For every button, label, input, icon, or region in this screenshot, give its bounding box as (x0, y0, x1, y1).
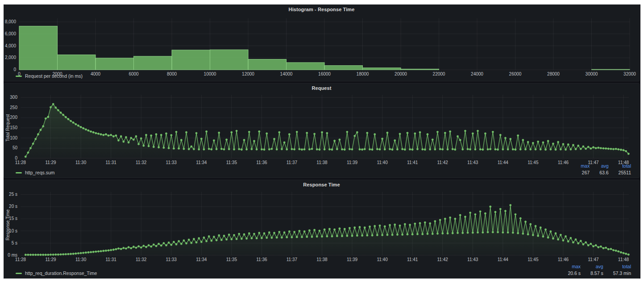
legend-label: http_reqs.sum (25, 170, 55, 175)
svg-text:11:40: 11:40 (377, 257, 388, 262)
svg-text:25 s: 25 s (9, 192, 17, 197)
svg-text:11:29: 11:29 (45, 160, 56, 165)
svg-text:4,000: 4,000 (5, 43, 16, 48)
svg-text:50: 50 (12, 145, 18, 150)
svg-text:11:34: 11:34 (196, 160, 207, 165)
legend-label: http_req_duration.Response_Time (25, 270, 97, 276)
svg-text:11:28: 11:28 (15, 160, 26, 165)
svg-text:14000: 14000 (280, 72, 293, 76)
svg-text:11:36: 11:36 (256, 160, 267, 165)
response-time-timeseries-chart[interactable]: 0 ms5 s10 s15 s20 s25 s11:2811:2911:3011… (4, 180, 640, 279)
stat-value-max: 267 (581, 170, 590, 175)
svg-text:11:48: 11:48 (618, 257, 629, 262)
svg-text:11:32: 11:32 (136, 257, 147, 262)
stat-header-max: max (581, 163, 590, 169)
svg-text:11:47: 11:47 (588, 257, 599, 262)
svg-text:28000: 28000 (547, 72, 560, 76)
svg-text:22000: 22000 (433, 72, 445, 76)
svg-text:32000: 32000 (623, 72, 636, 76)
svg-text:Response Time: Response Time (5, 209, 10, 241)
svg-text:11:37: 11:37 (287, 257, 298, 262)
svg-text:11:37: 11:37 (287, 160, 298, 165)
svg-text:11:35: 11:35 (226, 257, 237, 262)
svg-text:11:33: 11:33 (166, 257, 177, 262)
stat-header-max: max (568, 264, 581, 269)
svg-text:11:46: 11:46 (558, 257, 569, 262)
svg-text:Total Request: Total Request (5, 114, 10, 141)
stat-value-avg: 63.6 (599, 170, 608, 175)
series-color-swatch (16, 172, 22, 173)
svg-text:11:35: 11:35 (226, 160, 237, 165)
svg-text:11:41: 11:41 (407, 160, 418, 165)
svg-text:11:28: 11:28 (15, 257, 26, 262)
svg-text:11:38: 11:38 (316, 257, 328, 262)
panel-histogram-response-time: Histogram - Response Time 02,0004,0006,0… (4, 4, 640, 81)
svg-text:11:45: 11:45 (528, 257, 539, 262)
stat-header-avg: avg (599, 163, 608, 169)
svg-text:5 s: 5 s (12, 241, 17, 245)
svg-text:11:40: 11:40 (377, 160, 388, 165)
svg-text:300: 300 (10, 95, 17, 100)
svg-text:11:33: 11:33 (166, 160, 177, 165)
svg-text:11:43: 11:43 (467, 257, 478, 262)
grafana-dashboard: Histogram - Response Time 02,0004,0006,0… (4, 4, 640, 279)
legend-stats: max avg total 20.6 s 8.57 s 57.3 min (568, 264, 632, 276)
svg-text:11:44: 11:44 (498, 257, 509, 262)
request-timeseries-chart[interactable]: 05010015020025030011:2811:2911:3011:3111… (4, 84, 640, 178)
svg-text:10000: 10000 (204, 72, 216, 76)
series-color-swatch (16, 273, 22, 274)
svg-text:4000: 4000 (91, 72, 101, 76)
stat-value-total: 57.3 min (613, 270, 631, 276)
svg-text:100: 100 (10, 135, 17, 140)
legend-item[interactable]: http_reqs.sum (16, 170, 55, 175)
svg-text:11:45: 11:45 (528, 160, 539, 165)
svg-text:11:41: 11:41 (407, 257, 418, 262)
svg-text:24000: 24000 (471, 72, 483, 76)
svg-text:11:34: 11:34 (196, 257, 207, 262)
svg-text:11:39: 11:39 (347, 160, 358, 165)
svg-text:11:31: 11:31 (106, 257, 117, 262)
svg-text:11:29: 11:29 (45, 257, 56, 262)
svg-text:11:30: 11:30 (75, 257, 87, 262)
stat-header-total: total (619, 163, 631, 169)
svg-text:200: 200 (10, 115, 17, 120)
stat-header-total: total (613, 264, 631, 269)
svg-text:18000: 18000 (357, 72, 369, 76)
panel-request: Request 05010015020025030011:2811:2911:3… (4, 83, 640, 178)
svg-text:8000: 8000 (167, 72, 177, 76)
legend-label: Request per second (in ms) (25, 73, 83, 79)
legend-item[interactable]: http_req_duration.Response_Time (16, 270, 97, 276)
svg-text:6,000: 6,000 (5, 31, 16, 36)
svg-text:11:39: 11:39 (347, 257, 358, 262)
svg-text:20 s: 20 s (9, 204, 17, 209)
svg-text:30000: 30000 (586, 72, 598, 76)
svg-text:11:42: 11:42 (437, 257, 449, 262)
stat-value-total: 25511 (619, 170, 631, 175)
svg-text:11:38: 11:38 (316, 160, 328, 165)
svg-text:11:30: 11:30 (75, 160, 87, 165)
svg-text:20000: 20000 (395, 72, 407, 76)
svg-text:16000: 16000 (318, 72, 331, 76)
svg-text:6000: 6000 (129, 72, 139, 76)
svg-text:11:44: 11:44 (498, 160, 509, 165)
svg-text:11:42: 11:42 (437, 160, 449, 165)
series-color-swatch (16, 76, 22, 77)
svg-text:11:43: 11:43 (467, 160, 478, 165)
svg-text:12000: 12000 (242, 72, 254, 76)
histogram-chart[interactable]: 02,0004,0006,0008,0000200040006000800010… (4, 5, 640, 81)
legend-item[interactable]: Request per second (in ms) (16, 73, 83, 79)
stat-header-avg: avg (590, 264, 603, 269)
stat-value-max: 20.6 s (568, 270, 581, 276)
svg-text:8,000: 8,000 (5, 19, 16, 24)
svg-text:250: 250 (10, 105, 17, 110)
svg-text:0: 0 (13, 67, 16, 72)
svg-text:11:31: 11:31 (106, 160, 117, 165)
svg-text:11:36: 11:36 (256, 257, 267, 262)
svg-text:26000: 26000 (509, 72, 522, 76)
svg-text:11:46: 11:46 (558, 160, 569, 165)
svg-text:2,000: 2,000 (5, 55, 16, 60)
svg-text:11:32: 11:32 (136, 160, 147, 165)
panel-response-time: Response Time 0 ms5 s10 s15 s20 s25 s11:… (4, 180, 640, 279)
svg-text:150: 150 (10, 125, 17, 130)
stat-value-avg: 8.57 s (590, 270, 603, 276)
